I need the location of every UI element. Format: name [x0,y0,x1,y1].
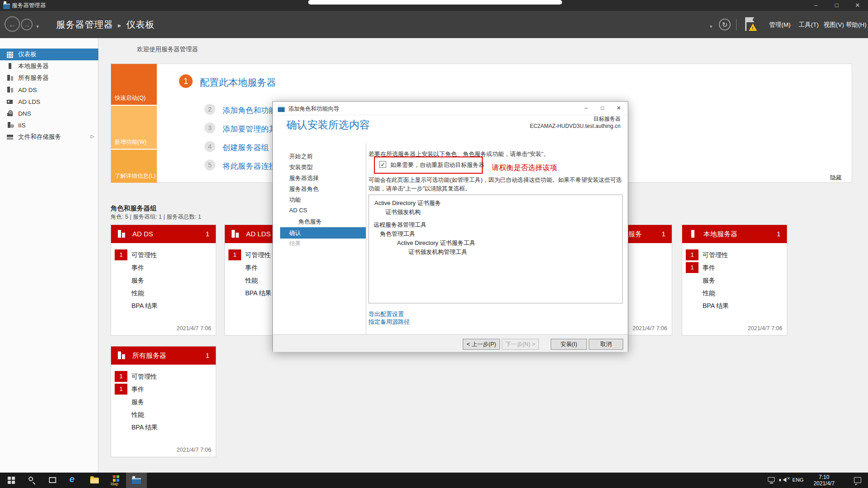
start-button[interactable] [1,473,22,488]
step-4-link[interactable]: 创建服务器组 [223,142,269,153]
menu-help[interactable]: 帮助(H) [846,21,867,29]
tile-ad-ds[interactable]: AD DS 1 1可管理性 事件 服务 性能 BPA 结果 2021/4/7 7… [111,224,216,336]
wizard-step-features[interactable]: 功能 [289,196,301,204]
history-caret-icon[interactable]: ▾ [36,24,39,29]
install-button[interactable]: 安装(I) [551,339,587,350]
tile-row[interactable]: 1可管理性 [111,371,216,383]
ad-ds-icon [6,86,14,93]
language-indicator[interactable]: ENG [792,477,804,483]
sidebar-item-all-servers[interactable]: 所有服务器 [0,72,98,84]
sidebar-item-dns[interactable]: DNS [0,107,98,119]
tile-row[interactable]: 服务 [682,275,787,287]
wizard-step-server-roles[interactable]: 服务器角色 [289,185,319,193]
tile-row[interactable]: 事件 [111,262,216,274]
action-center-icon[interactable] [854,477,861,483]
ldap-app-button[interactable]: ldap [105,473,126,488]
restart-checkbox-label[interactable]: 如果需要，自动重新启动目标服务器 [390,161,485,169]
dialog-maximize-button[interactable]: □ [594,102,611,115]
tile-row[interactable]: 1可管理性 [682,249,787,261]
network-tray-icon[interactable] [768,477,775,482]
wizard-step-install-type[interactable]: 安装类型 [289,163,313,171]
dialog-page-title: 确认安装所选内容 [286,118,370,132]
minimize-button[interactable]: – [805,0,826,11]
step-2-link[interactable]: 添加角色和功能 [223,105,276,116]
tile-local-server[interactable]: 本地服务器 1 1可管理性 1事件 服务 性能 BPA 结果 2021/4/7 … [682,224,787,336]
tile-row[interactable]: BPA 结果 [682,300,787,312]
internet-explorer-button[interactable]: e [63,473,84,488]
whats-new-strip[interactable]: 新增功能(W) [111,106,157,149]
wizard-step-server-selection[interactable]: 服务器选择 [289,174,319,182]
clock[interactable]: 7:10 2021/4/7 [806,474,842,487]
dialog-close-button[interactable]: ✕ [611,102,627,115]
selected-items-listbox[interactable]: Active Directory 证书服务 证书颁发机构 远程服务器管理工具 角… [369,195,623,303]
step-1-link[interactable]: 配置此本地服务器 [200,76,276,89]
sidebar-item-ad-lds[interactable]: AD LDS [0,96,98,107]
wizard-step-confirmation[interactable]: 确认 [280,227,366,239]
previous-button[interactable]: < 上一步(P) [463,339,500,350]
back-button[interactable]: ← [5,16,20,32]
refresh-button[interactable]: ↻ [719,19,731,30]
alert-badge: 1 [686,262,698,273]
forward-button[interactable]: → [21,19,33,30]
tile-row[interactable]: 1事件 [111,384,216,395]
export-config-link[interactable]: 导出配置设置 [369,310,404,318]
refresh-caret-icon[interactable]: ▾ [710,24,713,29]
tile-row[interactable]: BPA 结果 [111,300,216,312]
selection-item[interactable]: 远程服务器管理工具 [373,220,618,229]
tile-row[interactable]: 服务 [111,396,216,408]
file-explorer-button[interactable] [84,473,105,488]
add-roles-wizard-dialog: 添加角色和功能向导 – □ ✕ 确认安装所选内容 目标服务器 EC2AMAZ-H… [272,101,628,352]
task-view-button[interactable] [43,473,63,488]
menu-view[interactable]: 视图(V) [824,21,844,29]
dialog-titlebar[interactable]: 添加角色和功能向导 – □ ✕ [273,102,628,115]
selection-item[interactable]: 证书颁发机构 [385,208,618,217]
ldap-app-icon [113,475,116,478]
breadcrumb-current[interactable]: 仪表板 [126,20,155,29]
menu-tools[interactable]: 工具(T) [799,21,819,29]
sidebar-item-local-server[interactable]: 本地服务器 [0,60,98,72]
notifications-flag-button[interactable]: ! [744,17,758,32]
step-3-number: 3 [204,122,215,133]
learn-more-strip[interactable]: 了解详细信息(L) [111,150,157,183]
tile-row[interactable]: BPA 结果 [111,422,216,434]
sidebar-item-dashboard[interactable]: 仪表板 [0,49,98,60]
tile-row[interactable]: 性能 [111,288,216,299]
wizard-step-role-services[interactable]: 角色服务 [298,218,322,226]
alert-badge: 1 [686,249,698,260]
tile-row[interactable]: 性能 [682,288,787,299]
selection-item[interactable]: 角色管理工具 [380,229,618,239]
hide-link[interactable]: 隐藏 [830,174,842,182]
wizard-step-before-begin[interactable]: 开始之前 [289,152,313,161]
sidebar-item-ad-ds[interactable]: AD DS [0,84,98,96]
maximize-button[interactable]: □ [826,0,847,11]
expand-arrow-icon[interactable]: ▷ [91,134,94,139]
tile-all-servers[interactable]: 所有服务器 1 1可管理性 1事件 服务 性能 BPA 结果 2021/4/7 … [111,346,216,457]
sidebar-item-iis[interactable]: IIS [0,119,98,131]
alert-badge: 1 [115,371,127,382]
selection-item[interactable]: Active Directory 证书服务 [374,199,618,208]
dialog-minimize-button[interactable]: – [578,102,594,115]
sidebar-item-file-storage[interactable]: 文件和存储服务 ▷ [0,131,98,143]
taskbar-search-button[interactable] [22,473,43,488]
quick-start-strip[interactable]: 快速启动(Q) [111,64,157,105]
restart-checkbox[interactable]: ✓ [379,161,386,168]
cancel-button[interactable]: 取消 [589,339,623,350]
selection-item[interactable]: 证书颁发机构管理工具 [408,248,618,257]
close-button[interactable]: ✕ [847,0,868,11]
target-server-host: EC2AMAZ-HUDVD3U.test.authing.cn [530,122,621,130]
wizard-step-ad-cs[interactable]: AD CS [289,207,307,214]
volume-muted-x: ✕ [787,476,790,481]
volume-muted-icon[interactable] [781,478,786,482]
tile-date: 2021/4/7 7:06 [177,447,211,453]
tile-row[interactable]: 性能 [111,409,216,421]
server-manager-taskbar-button[interactable] [126,473,147,488]
alternate-source-link[interactable]: 指定备用源路径 [369,318,410,326]
search-icon [29,477,33,481]
selection-item[interactable]: Active Directory 证书服务工具 [397,239,618,248]
tile-date: 2021/4/7 7:06 [748,325,782,332]
tile-row[interactable]: 1可管理性 [111,249,216,261]
tile-row[interactable]: 1事件 [682,262,787,274]
tile-row[interactable]: 服务 [111,275,216,287]
menu-manage[interactable]: 管理(M) [769,21,790,29]
breadcrumb-root[interactable]: 服务器管理器 [56,20,113,29]
